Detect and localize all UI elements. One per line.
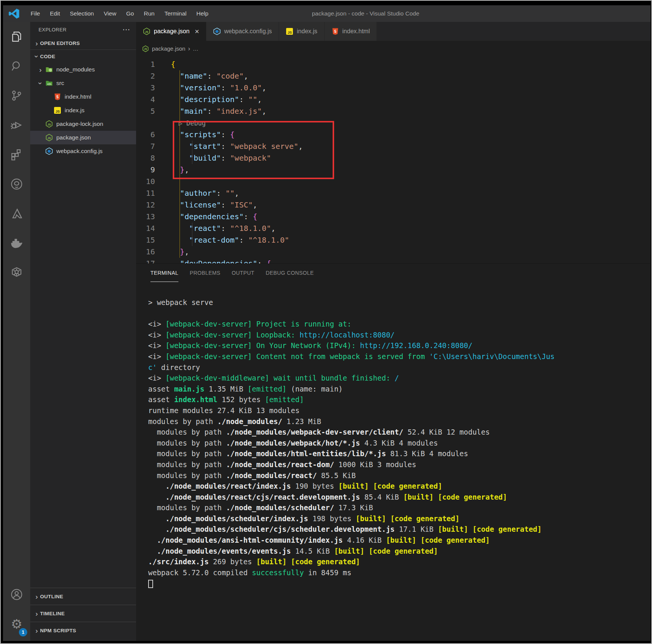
terminal-text: > webpack serve xyxy=(148,298,213,307)
tree-item-node-modules[interactable]: ›node_modules xyxy=(30,63,136,76)
vscode-logo-icon xyxy=(8,8,20,19)
menu-view[interactable]: View xyxy=(99,5,121,22)
menu-file[interactable]: File xyxy=(26,5,45,22)
line-number: 9 xyxy=(136,164,163,176)
code-line[interactable]: "license": "ISC", xyxy=(163,199,257,211)
azure-icon[interactable] xyxy=(3,199,30,228)
svg-text:JS: JS xyxy=(145,30,148,34)
menu-run[interactable]: Run xyxy=(139,5,159,22)
extensions-icon[interactable] xyxy=(3,140,30,169)
panel-tab-debug-console[interactable]: DEBUG CONSOLE xyxy=(266,264,314,282)
breadcrumb-more[interactable]: … xyxy=(193,45,198,52)
explorer-icon[interactable] xyxy=(3,22,30,51)
docker-icon[interactable] xyxy=(3,228,30,258)
terminal-text: 1000 KiB 3 modules xyxy=(334,460,416,469)
tree-item-index-js[interactable]: JSindex.js xyxy=(30,104,136,117)
menu-go[interactable]: Go xyxy=(121,5,139,22)
token: "" xyxy=(248,95,257,104)
code-line[interactable]: "version": "1.0.0", xyxy=(163,82,266,94)
explorer-actions-icon[interactable]: ⋯ xyxy=(122,25,131,34)
token: "react" xyxy=(189,224,221,233)
run-and-debug-icon[interactable] xyxy=(3,110,30,140)
tree-item-package-json[interactable]: JSpackage.json xyxy=(30,131,136,144)
panel-tab-output[interactable]: OUTPUT xyxy=(232,264,254,282)
line-number: 11 xyxy=(136,187,163,199)
section-timeline[interactable]: ›TIMELINE xyxy=(30,605,136,622)
explorer-sidebar: EXPLORER ⋯ › OPEN EDITORS › CODE ›node_m… xyxy=(30,22,136,641)
menu-selection[interactable]: Selection xyxy=(65,5,99,22)
terminal-text: ./node_modules/scheduler/index.js xyxy=(166,514,308,523)
terminal-text: (name: main) xyxy=(287,385,343,393)
terminal-text: [code generated] xyxy=(472,525,542,533)
settings-gear-icon[interactable]: ⚙ 1 xyxy=(3,609,30,639)
code-line[interactable]: "author": "", xyxy=(163,187,239,199)
terminal-line: ./node_modules/scheduler/cjs/scheduler.d… xyxy=(148,524,650,535)
terminal-line: ./node_modules/ansi-html-community/index… xyxy=(148,535,650,546)
terminal-text: ./node_modules/react-dom/ xyxy=(226,460,334,469)
terminal-text: 81.3 KiB 4 modules xyxy=(386,449,468,458)
code-line[interactable]: }, xyxy=(163,246,189,258)
terminal[interactable]: > webpack serve <i> [webpack-dev-server]… xyxy=(136,282,650,641)
tree-item-index-html[interactable]: 5index.html xyxy=(30,90,136,104)
terminal-text: main.js xyxy=(174,385,204,393)
token: { xyxy=(253,212,257,221)
token: "license" xyxy=(180,200,221,209)
code-line[interactable] xyxy=(163,176,171,187)
token: , xyxy=(244,71,248,80)
code-line[interactable]: "main": "index.js", xyxy=(163,105,266,117)
svg-text:JS: JS xyxy=(56,110,60,113)
token: : xyxy=(239,95,248,104)
section-npm-scripts[interactable]: ›NPM SCRIPTS xyxy=(30,622,136,639)
code-line[interactable]: "dependencies": { xyxy=(163,211,257,223)
code-line[interactable]: "name": "code", xyxy=(163,70,248,82)
kubernetes-icon[interactable] xyxy=(3,258,30,287)
explorer-header-label: EXPLORER xyxy=(39,27,67,33)
tab-package-json[interactable]: JSpackage.json× xyxy=(136,22,206,41)
terminal-line: <i> [webpack-dev-middleware] wait until … xyxy=(148,373,650,384)
github-icon[interactable] xyxy=(3,169,30,199)
code-line[interactable]: "react-dom": "^18.1.0" xyxy=(163,234,289,246)
tree-item-package-lock-json[interactable]: JSpackage-lock.json xyxy=(30,117,136,131)
menu-terminal[interactable]: Terminal xyxy=(160,5,192,22)
code-line[interactable]: { xyxy=(163,59,175,70)
terminal-text xyxy=(148,493,166,501)
token: "react-dom" xyxy=(189,235,239,245)
tab-webpack-config-js[interactable]: webpack.config.js xyxy=(206,22,279,41)
chevron-down-icon: › xyxy=(33,53,40,60)
close-icon[interactable]: × xyxy=(195,28,199,35)
terminal-text: ./node_modules/react/index.js xyxy=(166,482,291,490)
workspace-root-section[interactable]: › CODE xyxy=(30,50,136,63)
tab-index-html[interactable]: 5index.html xyxy=(325,22,377,41)
terminal-text xyxy=(416,536,420,544)
tree-item-label: package-lock.json xyxy=(56,121,103,127)
menu-help[interactable]: Help xyxy=(192,5,214,22)
breadcrumb-file[interactable]: package.json xyxy=(152,45,185,52)
terminal-text: directory xyxy=(157,363,200,372)
code-row: 3 "version": "1.0.0", xyxy=(136,82,650,94)
code-editor[interactable]: 1{2 "name": "code",3 "version": "1.0.0",… xyxy=(136,56,650,263)
tree-item-webpack-config-js[interactable]: webpack.config.js xyxy=(30,144,136,158)
terminal-text: 4.16 KiB xyxy=(343,536,386,544)
tree-item-src[interactable]: ›</>src xyxy=(30,76,136,90)
terminal-text: / xyxy=(395,374,399,382)
source-control-icon[interactable] xyxy=(3,81,30,110)
section-outline[interactable]: ›OUTLINE xyxy=(30,588,136,605)
menu-edit[interactable]: Edit xyxy=(45,5,65,22)
token: : xyxy=(216,189,225,198)
panel-tab-problems[interactable]: PROBLEMS xyxy=(190,264,220,282)
terminal-line: modules by path ./node_modules/webpack-d… xyxy=(148,427,650,438)
breadcrumb[interactable]: JS package.json › … xyxy=(136,41,650,56)
tree-item-label: index.html xyxy=(65,93,91,100)
code-line[interactable]: "devDependencies": { xyxy=(163,258,271,263)
panel-tab-terminal[interactable]: TERMINAL xyxy=(150,264,178,282)
search-icon[interactable] xyxy=(3,51,30,81)
tab-index-js[interactable]: JSindex.js xyxy=(279,22,324,41)
open-editors-section[interactable]: › OPEN EDITORS xyxy=(30,37,136,50)
terminal-line: <i> [webpack-dev-server] Loopback: http:… xyxy=(148,330,650,341)
code-line[interactable]: "description": "", xyxy=(163,94,262,105)
terminal-text: ./src/index.js xyxy=(148,557,209,566)
token: : xyxy=(244,212,253,221)
terminal-text xyxy=(148,536,157,544)
account-icon[interactable] xyxy=(3,580,30,609)
code-row: 4 "description": "", xyxy=(136,94,650,105)
